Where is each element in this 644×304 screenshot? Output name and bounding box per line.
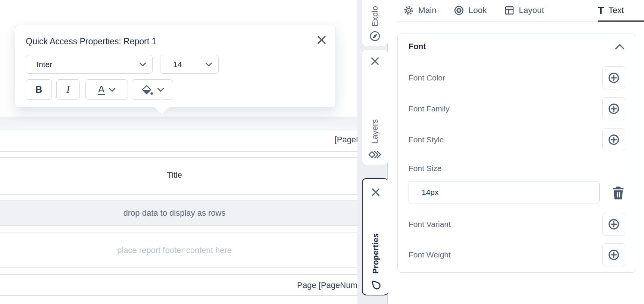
report-title-cell[interactable]: Title — [0, 170, 349, 180]
tab-main[interactable]: Main — [403, 0, 437, 21]
quick-access-properties-popup: Quick Access Properties: Report 1 Inter … — [15, 25, 336, 108]
font-color-icon: A — [98, 84, 105, 95]
tab-properties-label: Properties — [371, 233, 381, 274]
font-color-button[interactable]: A — [85, 79, 128, 100]
bold-icon: B — [35, 84, 42, 95]
tab-text-active[interactable]: T Text — [598, 0, 644, 21]
italic-button[interactable]: I — [56, 79, 80, 100]
font-variant-row: Font Variant — [398, 213, 636, 236]
page-header-field[interactable]: [PageN — [0, 135, 357, 145]
side-tab-strip: Explo Layers Properties — [357, 0, 388, 304]
tab-look[interactable]: Look — [454, 0, 487, 21]
italic-icon: I — [66, 84, 70, 95]
plus-circle-icon — [607, 71, 620, 85]
ink-drop-icon — [369, 278, 382, 291]
trash-icon[interactable] — [610, 184, 627, 202]
canvas-divider — [0, 157, 357, 158]
page-footer-field[interactable]: Page [PageNumb — [0, 281, 357, 290]
properties-panel: Main Look Layout T Text Font — [388, 0, 644, 304]
canvas-divider — [0, 151, 357, 152]
chevron-down-icon — [157, 88, 164, 92]
font-weight-row: Font Weight — [398, 243, 636, 266]
text-icon: T — [598, 6, 604, 16]
font-family-label: Font Family — [409, 104, 450, 113]
tab-layers[interactable]: Layers — [362, 50, 388, 165]
font-style-row: Font Style — [398, 128, 636, 151]
canvas-divider — [0, 232, 357, 232]
target-icon — [454, 5, 464, 16]
popup-title: Quick Access Properties: Report 1 — [26, 37, 156, 47]
canvas-divider — [0, 117, 357, 117]
font-family-row: Font Family — [398, 97, 636, 120]
canvas-divider — [0, 200, 357, 201]
plus-circle-icon — [607, 133, 620, 146]
font-style-label: Font Style — [409, 135, 444, 144]
font-color-row: Font Color — [398, 66, 636, 89]
report-footer-placeholder[interactable]: place report footer content here — [0, 246, 349, 255]
add-font-variant-button[interactable] — [602, 213, 625, 236]
font-size-select[interactable]: 14 — [160, 55, 219, 74]
layout-icon — [504, 5, 515, 16]
font-section-title: Font — [409, 42, 426, 51]
plus-circle-icon — [607, 102, 620, 115]
canvas-divider — [0, 130, 357, 130]
canvas-divider — [0, 194, 357, 195]
chevron-down-icon — [109, 88, 116, 92]
fill-color-button[interactable] — [132, 79, 173, 100]
tab-layers-label: Layers — [370, 119, 380, 144]
tab-look-label: Look — [469, 6, 487, 15]
plus-circle-icon — [607, 218, 620, 231]
page-margin-band — [0, 117, 357, 130]
add-font-color-button[interactable] — [602, 66, 625, 89]
font-size-value: 14 — [173, 60, 182, 69]
add-font-family-button[interactable] — [602, 97, 625, 120]
font-weight-label: Font Weight — [409, 250, 451, 259]
paint-bucket-icon — [141, 84, 153, 96]
tab-properties-active[interactable]: Properties — [362, 178, 388, 295]
plus-circle-icon — [607, 248, 620, 262]
close-icon[interactable] — [371, 187, 381, 197]
tab-text-label: Text — [609, 6, 624, 15]
font-family-value: Inter — [37, 60, 52, 69]
chevron-down-icon — [205, 62, 212, 67]
canvas-divider — [0, 225, 357, 226]
add-font-style-button[interactable] — [602, 128, 625, 151]
canvas-divider — [0, 295, 357, 296]
panel-tab-bar: Main Look Layout T Text — [397, 0, 644, 22]
tab-layout[interactable]: Layout — [504, 0, 544, 21]
bold-button[interactable]: B — [26, 79, 52, 100]
close-icon[interactable] — [316, 34, 327, 45]
font-size-label: Font Size — [409, 164, 442, 173]
chevron-down-icon — [139, 62, 146, 67]
font-variant-label: Font Variant — [409, 220, 451, 229]
gear-icon — [403, 5, 414, 16]
canvas-divider — [0, 274, 357, 275]
tab-layout-label: Layout — [519, 6, 544, 15]
drop-data-hint[interactable]: drop data to display as rows — [0, 208, 349, 218]
add-font-weight-button[interactable] — [602, 243, 625, 266]
canvas-divider — [0, 267, 357, 268]
tab-explorer-label: Explo — [370, 6, 380, 26]
chevron-up-icon[interactable] — [614, 43, 625, 51]
font-family-select[interactable]: Inter — [26, 55, 153, 74]
tab-main-label: Main — [418, 6, 437, 15]
tab-explorer[interactable]: Explo — [362, 0, 388, 46]
close-icon[interactable] — [370, 56, 380, 66]
font-color-label: Font Color — [409, 73, 445, 82]
layers-icon — [368, 149, 382, 160]
compass-icon — [369, 30, 381, 42]
font-section-card: Font Font Color Font Family Font Style F… — [397, 34, 636, 273]
font-size-input[interactable] — [409, 181, 600, 203]
